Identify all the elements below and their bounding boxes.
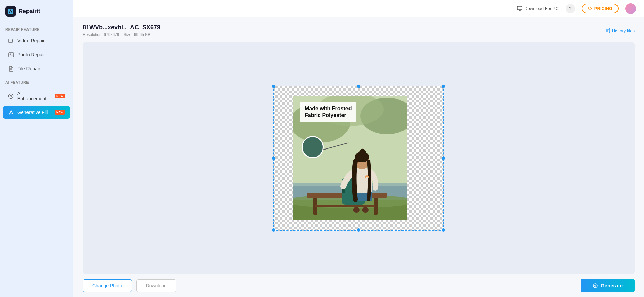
file-info: 81WVb...xevhL._AC_SX679 Resolution: 679x… (83, 24, 160, 37)
app-name: Repairit (19, 8, 40, 15)
pricing-button[interactable]: PRICING (582, 4, 619, 13)
help-button[interactable]: ? (566, 4, 575, 13)
text-overlay-line1: Made with Frosted (305, 106, 352, 111)
change-photo-button[interactable]: Change Photo (83, 279, 132, 292)
app-logo[interactable]: Repairit (0, 0, 73, 23)
generative-fill-icon (8, 109, 14, 115)
fabric-circle (302, 136, 324, 158)
generate-button[interactable]: Generate (581, 279, 635, 292)
logo-icon (5, 6, 16, 17)
sidebar-item-video-repair[interactable]: Video Repair (3, 34, 70, 47)
download-pc-label: Download For PC (524, 6, 559, 11)
history-files-link[interactable]: History files (605, 28, 635, 33)
svg-rect-2 (9, 39, 12, 43)
sidebar-item-file-repair-label: File Repair (17, 66, 40, 71)
sidebar: Repairit Repair Feature Video Repair Pho… (0, 0, 73, 297)
sidebar-item-photo-repair[interactable]: Photo Repair (3, 48, 70, 61)
photo-text-overlay: Made with Frosted Fabric Polyester (300, 102, 356, 123)
repair-section-label: Repair Feature (0, 23, 73, 34)
sidebar-item-file-repair[interactable]: File Repair (3, 62, 70, 75)
photo-image: Made with Frosted Fabric Polyester (293, 96, 407, 220)
svg-point-8 (9, 94, 13, 98)
svg-point-39 (355, 152, 369, 162)
svg-point-35 (353, 207, 360, 213)
file-size: Size: 69.65 KB. (124, 32, 152, 37)
svg-marker-3 (12, 40, 13, 42)
ai-section-label: AI Feature (0, 76, 73, 86)
content-area: 81WVb...xevhL._AC_SX679 Resolution: 679x… (73, 17, 644, 274)
svg-point-40 (593, 284, 597, 288)
selection-container: Made with Frosted Fabric Polyester (273, 86, 444, 231)
bottom-bar: Change Photo Download Generate (73, 274, 644, 297)
sidebar-item-video-repair-label: Video Repair (17, 38, 45, 43)
history-files-label: History files (612, 28, 635, 33)
text-overlay-line2: Fabric Polyester (305, 112, 346, 118)
sidebar-item-ai-enhancement-label: AI Enhancement (17, 91, 51, 101)
svg-point-1 (10, 10, 11, 11)
file-resolution: Resolution: 679x679 (83, 32, 119, 37)
topbar: Download For PC ? PRICING (73, 0, 644, 17)
generative-fill-new-badge: NEW (55, 110, 65, 115)
canvas-workspace: Made with Frosted Fabric Polyester (83, 42, 635, 274)
ai-enhancement-new-badge: NEW (55, 94, 65, 98)
file-header: 81WVb...xevhL._AC_SX679 Resolution: 679x… (83, 24, 635, 37)
bottom-left-actions: Change Photo Download (83, 279, 176, 292)
sidebar-item-generative-fill-label: Generative Fill (17, 110, 48, 115)
svg-point-13 (589, 8, 590, 8)
sidebar-item-ai-enhancement[interactable]: AI Enhancement NEW (3, 87, 70, 105)
video-repair-icon (8, 38, 14, 44)
svg-rect-10 (517, 6, 522, 10)
photo-repair-icon (8, 52, 14, 58)
monitor-icon (517, 6, 522, 11)
svg-rect-29 (315, 205, 375, 207)
generate-icon (593, 283, 598, 288)
ai-enhancement-icon (8, 93, 14, 99)
pricing-label: PRICING (594, 6, 612, 11)
main-content: Download For PC ? PRICING 81WVb...xevhL.… (73, 0, 644, 297)
file-meta: Resolution: 679x679 Size: 69.65 KB. (83, 32, 160, 37)
svg-point-36 (362, 207, 369, 213)
file-repair-icon (8, 66, 14, 72)
file-title: 81WVb...xevhL._AC_SX679 (83, 24, 160, 31)
download-button[interactable]: Download (136, 279, 176, 292)
history-icon (605, 28, 610, 33)
generate-label: Generate (601, 283, 623, 288)
tag-icon (588, 6, 592, 11)
sidebar-item-generative-fill[interactable]: Generative Fill NEW (3, 106, 70, 119)
user-avatar[interactable] (625, 3, 636, 14)
download-for-pc-link[interactable]: Download For PC (517, 6, 559, 11)
sidebar-item-photo-repair-label: Photo Repair (17, 52, 45, 57)
